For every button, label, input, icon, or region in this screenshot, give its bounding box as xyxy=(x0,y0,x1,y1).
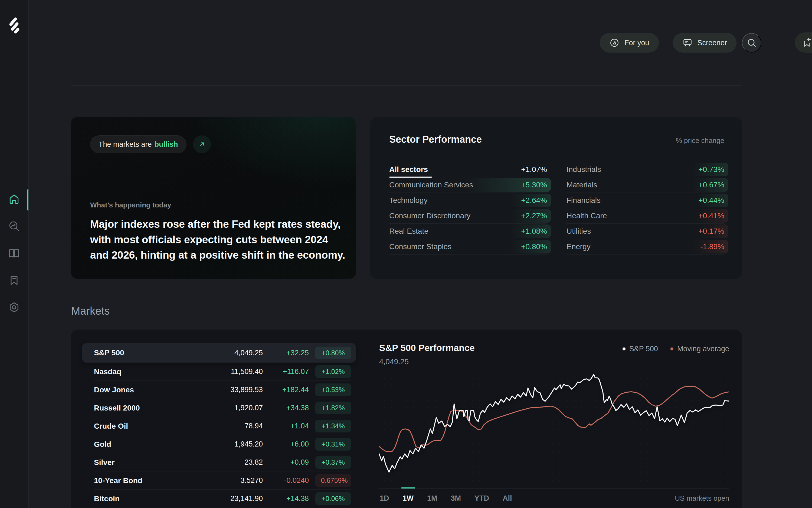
search-button[interactable] xyxy=(742,33,761,52)
market-row-s-p-500[interactable]: S&P 5004,049.25+32.25+0.80% xyxy=(82,343,356,363)
sidebar-item-hub[interactable] xyxy=(8,301,20,313)
chart-canvas xyxy=(379,372,729,486)
sector-row[interactable]: Technology+2.64% xyxy=(389,193,547,208)
market-row-russell-2000[interactable]: Russell 20001,920.07+34.38+1.82% xyxy=(82,399,356,417)
market-row-silver[interactable]: Silver23.82+0.09+0.37% xyxy=(82,453,356,471)
sidebar-item-home[interactable] xyxy=(8,193,20,205)
market-name: Silver xyxy=(94,458,214,467)
sector-row[interactable]: Consumer Discretionary+2.27% xyxy=(389,208,547,224)
sector-name: Financials xyxy=(567,196,601,205)
for-you-button[interactable]: For you xyxy=(600,33,659,52)
hero-kicker: What’s happening today xyxy=(90,201,347,209)
screener-label: Screener xyxy=(697,39,727,47)
market-pct-badge: +0.37% xyxy=(315,456,351,469)
sector-note: % price change xyxy=(676,136,724,145)
sector-performance-card: Sector Performance % price change All se… xyxy=(370,117,742,279)
arrow-up-right-icon xyxy=(198,140,206,149)
market-row-crude-oil[interactable]: Crude Oil78.94+1.04+1.34% xyxy=(82,417,356,435)
sector-name: Industrials xyxy=(567,165,601,174)
content: The markets are bullish What’s happening… xyxy=(71,85,742,508)
sector-row[interactable]: Energy-1.89% xyxy=(567,239,724,255)
app-logo xyxy=(8,15,20,35)
range-tab-1d[interactable]: 1D xyxy=(379,493,390,504)
chart-title: S&P 500 Performance xyxy=(379,343,475,353)
market-change: +1.04 xyxy=(263,422,309,430)
sector-row[interactable]: Utilities+0.17% xyxy=(567,224,724,239)
sector-title: Sector Performance xyxy=(389,134,482,145)
sector-grid: All sectors+1.07%Communication Services+… xyxy=(389,162,724,255)
market-change: -0.0240 xyxy=(263,476,309,485)
markets-card: S&P 5004,049.25+32.25+0.80%Nasdaq11,509.… xyxy=(71,330,742,508)
home-icon xyxy=(8,193,20,205)
legend-label: Moving average xyxy=(677,345,729,353)
sector-change: +0.73% xyxy=(698,165,724,174)
chart-panel: S&P 500 Performance 4,049.25 S&P 500Movi… xyxy=(379,343,729,508)
sector-name: Energy xyxy=(567,242,591,251)
app-root: For you Screener xyxy=(0,0,812,508)
market-name: Nasdaq xyxy=(94,368,214,376)
sector-column-right: Industrials+0.73%Materials+0.67%Financia… xyxy=(567,162,724,255)
market-value: 23,141.90 xyxy=(214,495,263,503)
sector-row[interactable]: Health Care+0.41% xyxy=(567,208,724,224)
sector-row[interactable]: Communication Services+5.30% xyxy=(389,177,547,193)
screener-board-icon xyxy=(682,38,693,48)
sector-change: +0.67% xyxy=(698,181,724,189)
sector-name: Technology xyxy=(389,196,427,205)
market-value: 11,509.40 xyxy=(214,368,263,376)
range-tab-3m[interactable]: 3M xyxy=(450,493,462,504)
market-row-bitcoin[interactable]: Bitcoin23,141.90+14.38+0.06% xyxy=(82,490,356,508)
search-icon xyxy=(747,38,757,48)
bookmark-import-icon xyxy=(801,37,812,48)
sector-name: Health Care xyxy=(567,211,607,220)
market-pct-badge: +0.53% xyxy=(315,383,351,396)
sector-name: All sectors xyxy=(389,165,428,174)
market-pct-badge: +0.80% xyxy=(315,347,351,359)
saved-items-button[interactable] xyxy=(795,33,812,52)
market-row-nasdaq[interactable]: Nasdaq11,509.40+116.07+1.02% xyxy=(82,363,356,381)
range-tab-1w[interactable]: 1W xyxy=(402,493,414,504)
sector-row[interactable]: Materials+0.67% xyxy=(567,177,724,193)
sector-row[interactable]: Consumer Staples+0.80% xyxy=(389,239,547,255)
sidebar-item-library[interactable] xyxy=(8,247,20,259)
sentiment-prefix: The markets are xyxy=(98,140,152,149)
series-moving-average xyxy=(379,386,729,452)
market-pct-badge: +0.31% xyxy=(315,438,351,451)
market-value: 23.82 xyxy=(214,458,263,467)
markets-heading: Markets xyxy=(71,305,742,317)
sector-change: +0.17% xyxy=(698,227,724,236)
market-pct-badge: +1.34% xyxy=(315,420,351,432)
chart-legend: S&P 500Moving average xyxy=(623,345,729,353)
screener-button[interactable]: Screener xyxy=(673,33,737,52)
sector-row[interactable]: Real Estate+1.08% xyxy=(389,224,547,239)
market-change: +0.09 xyxy=(263,458,309,467)
sector-name: Consumer Staples xyxy=(389,242,451,251)
market-row-10-year-bond[interactable]: 10-Year Bond3.5270-0.0240-0.6759% xyxy=(82,471,356,490)
compass-icon xyxy=(609,38,620,48)
sidebar-item-watchlist[interactable] xyxy=(8,274,20,287)
sidebar-item-explore[interactable] xyxy=(8,220,20,232)
market-row-dow-jones[interactable]: Dow Jones33,899.53+182.44+0.53% xyxy=(82,381,356,399)
market-name: Gold xyxy=(94,440,214,449)
sector-change: +2.64% xyxy=(521,196,547,205)
range-tab-all[interactable]: All xyxy=(502,493,513,504)
market-pct-badge: +1.02% xyxy=(315,365,351,378)
range-tab-1m[interactable]: 1M xyxy=(426,493,438,504)
all-sectors-active-indicator xyxy=(389,176,432,178)
market-sentiment-pill[interactable]: The markets are bullish xyxy=(90,135,186,153)
market-name: Russell 2000 xyxy=(94,404,214,412)
legend-label: S&P 500 xyxy=(629,345,658,353)
market-change: +32.25 xyxy=(263,349,309,357)
sector-row[interactable]: All sectors+1.07% xyxy=(389,162,547,177)
sector-row[interactable]: Financials+0.44% xyxy=(567,193,724,208)
legend-dot xyxy=(670,347,673,350)
market-change: +182.44 xyxy=(263,386,309,394)
market-change: +116.07 xyxy=(263,368,309,376)
sentiment-value: bullish xyxy=(154,140,178,149)
sector-row[interactable]: Industrials+0.73% xyxy=(567,162,724,177)
sector-name: Consumer Discretionary xyxy=(389,211,470,220)
range-tab-ytd[interactable]: YTD xyxy=(474,493,490,504)
series-s-p-500 xyxy=(379,375,729,472)
sentiment-detail-button[interactable] xyxy=(193,135,211,153)
market-row-gold[interactable]: Gold1,945.20+6.00+0.31% xyxy=(82,435,356,453)
market-value: 1,945.20 xyxy=(214,440,263,449)
